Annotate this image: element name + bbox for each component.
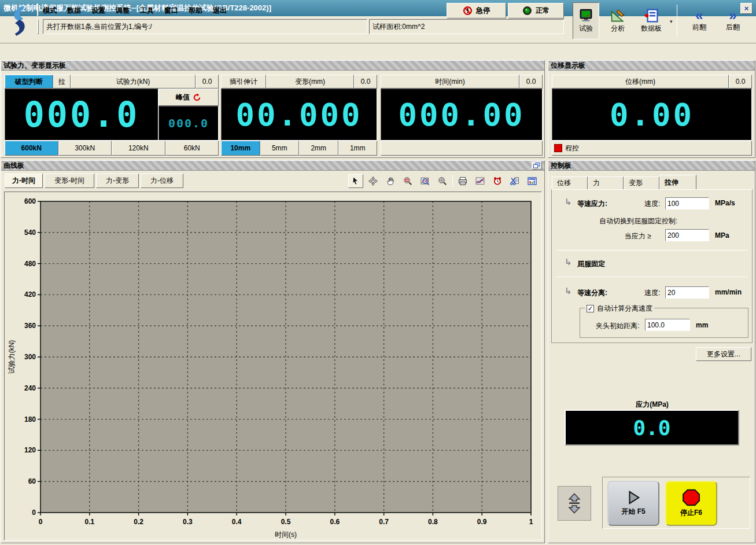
separation-label: 等速分离: bbox=[577, 288, 607, 298]
separation-speed-input[interactable] bbox=[665, 286, 709, 299]
prev-page-label: 前翻 bbox=[692, 23, 706, 32]
svg-text:180: 180 bbox=[24, 415, 36, 424]
menu-item-mode[interactable]: 模式 bbox=[43, 6, 57, 16]
grip-distance-label: 夹头初始距离: bbox=[596, 321, 639, 331]
tab-force-deform[interactable]: 力-变形 bbox=[96, 174, 139, 188]
svg-text:0.4: 0.4 bbox=[232, 518, 242, 526]
zoom-out-button[interactable] bbox=[435, 174, 450, 188]
tab-deform-ctl[interactable]: 变形 bbox=[624, 176, 659, 189]
speed-label-2: 速度: bbox=[644, 288, 660, 298]
compare-curves-button[interactable] bbox=[473, 174, 488, 188]
force-range-300kN[interactable]: 300kN bbox=[58, 141, 112, 156]
menu-item-adjust[interactable]: 调整 bbox=[116, 6, 130, 16]
svg-text:时间(s): 时间(s) bbox=[275, 531, 297, 539]
menu-item-settings[interactable]: 设置 bbox=[91, 6, 105, 16]
force-header-button[interactable]: 试验力(kN) bbox=[71, 75, 196, 89]
force-range-600kN[interactable]: 600kN bbox=[5, 141, 58, 156]
tab-tension-ctl[interactable]: 拉伸 bbox=[659, 175, 696, 189]
normal-status-button[interactable]: 正常 bbox=[508, 3, 564, 19]
peak-reset-icon bbox=[193, 93, 201, 102]
deform-header-button[interactable]: 变形(mm) bbox=[266, 75, 354, 89]
tab-displacement-ctl[interactable]: 位移 bbox=[552, 176, 588, 189]
grip-distance-input[interactable] bbox=[645, 319, 690, 331]
peak-button[interactable]: 峰值 bbox=[158, 89, 219, 106]
zoom-in-button[interactable] bbox=[400, 174, 415, 188]
tab-deform-time[interactable]: 变形-时间 bbox=[45, 174, 94, 188]
chart[interactable]: 06012018024030036042048054060000.10.20.3… bbox=[4, 192, 542, 540]
tab-force-displacement[interactable]: 力-位移 bbox=[141, 174, 183, 188]
menu-item-window[interactable]: 窗口 bbox=[164, 6, 178, 16]
databoard-button[interactable]: 数据板 bbox=[634, 2, 669, 39]
svg-text:0.1: 0.1 bbox=[84, 518, 94, 526]
cut-data-button[interactable] bbox=[507, 174, 522, 188]
separation-unit: mm/min bbox=[715, 288, 742, 296]
test-view-button[interactable]: 试验 bbox=[573, 2, 599, 39]
when-stress-input[interactable] bbox=[665, 229, 709, 241]
extensometer-label: 摘引伸计 bbox=[230, 77, 257, 87]
force-meter: 破型判断 拉 试验力(kN) 0.0 000.0 峰值 bbox=[5, 75, 219, 156]
displacement-header-button[interactable]: 位移(mm) bbox=[552, 75, 729, 89]
zoom-region-button[interactable] bbox=[418, 174, 433, 188]
time-display-value: 000.00 bbox=[398, 97, 525, 133]
deform-range-5mm[interactable]: 5mm bbox=[260, 141, 300, 156]
menu-item-data[interactable]: 数据 bbox=[67, 6, 81, 16]
const-stress-speed-input[interactable] bbox=[665, 197, 709, 209]
deform-range-1mm[interactable]: 1mm bbox=[338, 141, 378, 156]
deform-range-10mm[interactable]: 10mm bbox=[221, 141, 260, 156]
tab-displacement-ctl-label: 位移 bbox=[557, 178, 571, 188]
next-page-label: 后翻 bbox=[726, 23, 740, 32]
tab-force-time[interactable]: 力-时间 bbox=[5, 174, 43, 188]
emergency-stop-button[interactable]: 急停 bbox=[447, 3, 506, 19]
print-button[interactable] bbox=[455, 174, 470, 188]
stress-display-value: 0.0 bbox=[633, 416, 670, 440]
svg-text:420: 420 bbox=[24, 290, 36, 299]
tension-tab-content: ↳ 等速应力: 速度: MPa/s 自动切换到屈服固定控制: 当应力 ≥ MPa… bbox=[551, 189, 753, 343]
menu-item-tools[interactable]: 工具 bbox=[140, 6, 154, 16]
svg-text:0.6: 0.6 bbox=[330, 518, 340, 526]
branch-arrow-icon-1: ↳ bbox=[565, 197, 572, 207]
select-cursor-button[interactable] bbox=[348, 174, 363, 188]
more-settings-label: 更多设置... bbox=[707, 349, 740, 359]
prev-page-button[interactable]: « 前翻 bbox=[684, 2, 715, 39]
menu-item-help[interactable]: 帮助 bbox=[189, 6, 202, 16]
data-panel-button[interactable] bbox=[525, 174, 540, 188]
curve-tab-bar: 力-时间 变形-时间 力-变形 力-位移 bbox=[5, 174, 183, 188]
alarm-clock-icon bbox=[493, 176, 502, 186]
jog-button[interactable] bbox=[558, 486, 591, 521]
force-range-60kN[interactable]: 60kN bbox=[165, 141, 219, 156]
time-meter: 时间(min) 0.0 000.00 bbox=[381, 75, 543, 156]
restore-panel-button[interactable] bbox=[532, 161, 542, 170]
time-display: 000.00 bbox=[381, 89, 543, 141]
pan-hand-icon bbox=[386, 176, 395, 186]
stop-button[interactable]: 停止F6 bbox=[665, 481, 717, 526]
pull-direction-button[interactable]: 拉 bbox=[53, 75, 71, 89]
databoard-dropdown-icon[interactable]: ▾ bbox=[670, 19, 673, 24]
timer-button[interactable] bbox=[490, 174, 505, 188]
move-button[interactable] bbox=[366, 174, 381, 188]
start-button-label: 开始 F5 bbox=[621, 507, 645, 517]
deform-range-2mm[interactable]: 2mm bbox=[299, 141, 338, 156]
tab-force-ctl[interactable]: 力 bbox=[588, 176, 624, 189]
analysis-button[interactable]: 分析 bbox=[604, 2, 632, 39]
extensometer-button[interactable]: 摘引伸计 bbox=[221, 75, 266, 89]
displacement-panel: 位移显示板 位移(mm) 0.0 0.00 程控 bbox=[548, 60, 755, 158]
next-page-button[interactable]: » 后翻 bbox=[717, 2, 748, 39]
pan-button[interactable] bbox=[383, 174, 398, 188]
break-judge-button[interactable]: 破型判断 bbox=[5, 75, 53, 89]
more-settings-button[interactable]: 更多设置... bbox=[696, 347, 751, 361]
grip-unit: mm bbox=[696, 321, 708, 329]
analysis-icon bbox=[610, 9, 625, 23]
toolbar-separator bbox=[677, 5, 677, 37]
when-stress-unit: MPa bbox=[715, 231, 729, 240]
start-stop-group: 开始 F5 停止F6 bbox=[602, 477, 750, 529]
zoom-region-icon bbox=[421, 176, 430, 186]
force-range-120kN[interactable]: 120kN bbox=[112, 141, 165, 156]
divider-1 bbox=[556, 250, 747, 251]
time-header-button[interactable]: 时间(min) bbox=[381, 75, 519, 89]
yield-hold-label: 屈服固定 bbox=[577, 259, 605, 269]
menu-item-exit[interactable]: 退出 bbox=[213, 6, 227, 16]
start-button[interactable]: 开始 F5 bbox=[607, 481, 659, 526]
auto-calc-checkbox[interactable]: ✓ bbox=[587, 305, 594, 312]
curve-panel-title: 曲线板 bbox=[3, 161, 24, 171]
test-view-label: 试验 bbox=[579, 24, 593, 34]
